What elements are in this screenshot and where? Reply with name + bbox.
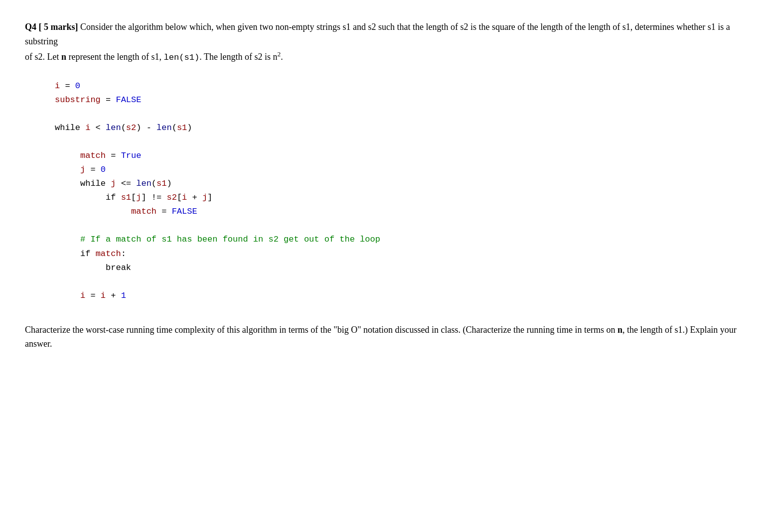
code-line-match-true: match = True	[55, 149, 746, 163]
code-line-comment: # If a match of s1 has been found in s2 …	[55, 233, 746, 247]
footer-text: Characterize the worst-case running time…	[25, 323, 746, 352]
code-line-break: break	[55, 261, 746, 275]
code-line-if-match: if match:	[55, 247, 746, 261]
n-bold: n	[61, 52, 66, 62]
code-line-while-inner: while j <= len(s1)	[55, 177, 746, 191]
code-line-while-outer: while i < len(s2) - len(s1)	[55, 121, 746, 135]
code-line-1: i = 0	[55, 79, 746, 93]
question-header: Q4 [ 5 marks] Consider the algorithm bel…	[25, 20, 746, 64]
code-line-j-init: j = 0	[55, 163, 746, 177]
footer-n-bold: n	[617, 325, 622, 335]
question-container: Q4 [ 5 marks] Consider the algorithm bel…	[25, 20, 746, 351]
code-line-blank-1	[55, 107, 746, 121]
question-label: Q4 [ 5 marks]	[25, 22, 78, 32]
code-line-i-increment: i = i + 1	[55, 289, 746, 303]
inline-code-len-s1: len(s1)	[163, 53, 199, 62]
code-line-blank-3	[55, 219, 746, 233]
code-line-blank-4	[55, 275, 746, 289]
code-line-blank-2	[55, 135, 746, 149]
code-line-if-mismatch: if s1[j] != s2[i + j]	[55, 191, 746, 205]
footer-paragraph: Characterize the worst-case running time…	[25, 323, 746, 352]
question-text-line2: of s2. Let n represent the length of s1,…	[25, 49, 746, 64]
code-line-2: substring = FALSE	[55, 93, 746, 107]
code-block: i = 0 substring = FALSE while i < len(s2…	[55, 79, 746, 303]
question-text-line1: Q4 [ 5 marks] Consider the algorithm bel…	[25, 20, 746, 49]
code-line-match-false: match = FALSE	[55, 205, 746, 219]
